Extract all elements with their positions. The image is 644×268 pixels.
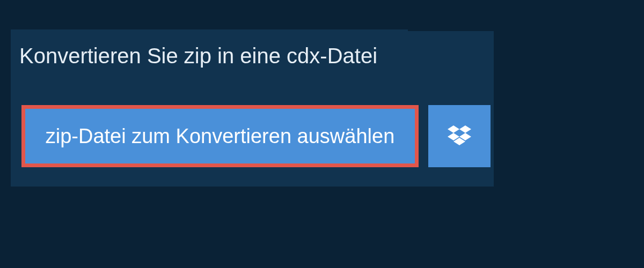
page-title: Konvertieren Sie zip in eine cdx-Datei bbox=[19, 44, 377, 68]
file-select-button[interactable]: zip-Datei zum Konvertieren auswählen bbox=[21, 105, 419, 167]
file-select-label: zip-Datei zum Konvertieren auswählen bbox=[46, 125, 395, 148]
action-row: zip-Datei zum Konvertieren auswählen bbox=[21, 105, 491, 167]
dropbox-icon bbox=[448, 125, 471, 147]
converter-panel: Konvertieren Sie zip in eine cdx-Datei z… bbox=[11, 31, 494, 187]
title-tab: Konvertieren Sie zip in eine cdx-Datei bbox=[11, 29, 408, 82]
dropbox-button[interactable] bbox=[428, 105, 491, 167]
